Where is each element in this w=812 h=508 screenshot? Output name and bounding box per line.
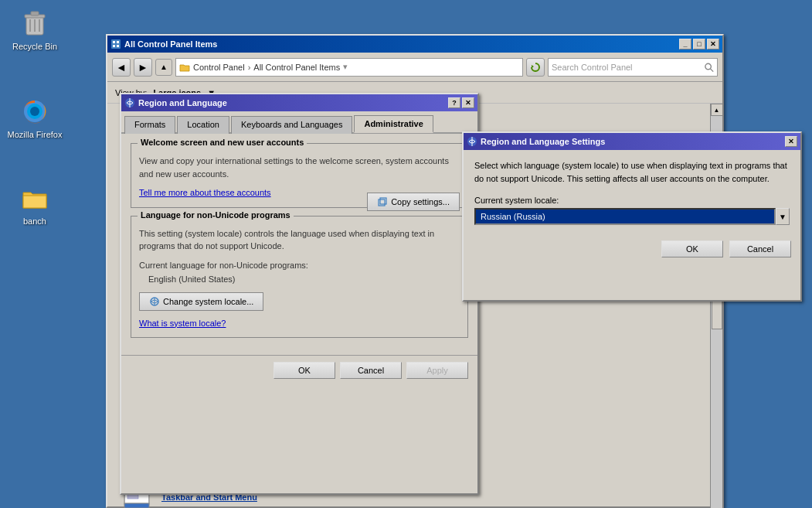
address-bar[interactable]: Control Panel › All Control Panel Items … bbox=[175, 58, 523, 77]
copy-settings-label: Copy settings... bbox=[391, 197, 450, 206]
banch-label: banch bbox=[23, 216, 46, 226]
language-content: This setting (system locale) controls th… bbox=[139, 227, 460, 330]
minimize-button[interactable]: _ bbox=[679, 39, 691, 49]
scroll-thumb[interactable] bbox=[712, 298, 722, 329]
svg-rect-9 bbox=[111, 39, 121, 49]
language-group: Language for non-Unicode programs This s… bbox=[131, 216, 468, 339]
change-locale-button[interactable]: Change system locale... bbox=[139, 292, 263, 311]
region-dialog-body: Welcome screen and new user accounts Vie… bbox=[121, 134, 477, 355]
recycle-bin-label: Recycle Bin bbox=[12, 42, 57, 51]
language-group-title: Language for non-Unicode programs bbox=[138, 210, 294, 220]
folder-image bbox=[19, 182, 50, 213]
region-dialog-controls: ? ✕ bbox=[448, 97, 474, 108]
tell-me-more-link[interactable]: Tell me more about these accounts bbox=[139, 188, 271, 197]
firefox-image bbox=[19, 96, 50, 127]
locale-current-label: Current system locale: bbox=[464, 191, 800, 208]
tab-keyboards-languages[interactable]: Keyboards and Languages bbox=[231, 116, 353, 134]
region-dialog-titlebar: Region and Language ? ✕ bbox=[121, 94, 477, 111]
address-dropdown[interactable]: ▾ bbox=[343, 62, 348, 72]
change-locale-label: Change system locale... bbox=[163, 297, 253, 306]
current-lang-value: English (United States) bbox=[148, 273, 460, 286]
region-ok-button[interactable]: OK bbox=[273, 362, 335, 379]
locale-dropdown-arrow[interactable]: ▼ bbox=[776, 208, 790, 225]
tab-location[interactable]: Location bbox=[177, 116, 229, 134]
region-close-button[interactable]: ✕ bbox=[462, 97, 474, 108]
firefox-label: Mozilla Firefox bbox=[8, 130, 63, 139]
control-panel-toolbar: ◄ ► ▲ Control Panel › All Control Panel … bbox=[107, 53, 722, 82]
welcome-desc-text: View and copy your international setting… bbox=[139, 155, 460, 180]
locale-titlebar-left: Region and Language Settings bbox=[467, 136, 605, 147]
svg-rect-37 bbox=[380, 198, 386, 204]
locale-settings-titlebar: Region and Language Settings ✕ bbox=[464, 133, 800, 150]
svg-rect-11 bbox=[117, 41, 119, 43]
svg-rect-2 bbox=[31, 12, 39, 15]
back-button[interactable]: ◄ bbox=[112, 58, 131, 77]
svg-rect-36 bbox=[379, 199, 385, 206]
search-input[interactable] bbox=[552, 63, 704, 72]
firefox-desktop-icon[interactable]: Mozilla Firefox bbox=[4, 93, 66, 142]
language-desc: This setting (system locale) controls th… bbox=[139, 227, 460, 253]
locale-footer: OK Cancel bbox=[464, 234, 800, 264]
region-cancel-button[interactable]: Cancel bbox=[340, 362, 402, 379]
locale-dialog-controls: ✕ bbox=[785, 136, 797, 147]
locale-value: Russian (Russia) bbox=[481, 212, 545, 221]
titlebar-left: All Control Panel Items bbox=[110, 39, 217, 49]
address-cp: Control Panel bbox=[193, 63, 245, 72]
copy-settings-button[interactable]: Copy settings... bbox=[367, 193, 460, 211]
locale-close-button[interactable]: ✕ bbox=[785, 136, 797, 147]
tab-administrative[interactable]: Administrative bbox=[354, 115, 433, 133]
svg-rect-12 bbox=[113, 45, 115, 47]
desktop: Recycle Bin Mozilla Firefox banch bbox=[0, 0, 812, 508]
forward-button[interactable]: ► bbox=[134, 58, 152, 77]
tab-formats[interactable]: Formats bbox=[124, 116, 175, 134]
search-icon bbox=[704, 62, 714, 73]
close-button[interactable]: ✕ bbox=[707, 39, 719, 49]
folder-addr-icon bbox=[179, 62, 190, 73]
recycle-bin-icon[interactable]: Recycle Bin bbox=[4, 5, 66, 54]
current-lang-label: Current language for non-Unicode program… bbox=[139, 259, 460, 272]
locale-dialog-title: Region and Language Settings bbox=[481, 137, 605, 146]
banch-folder-icon[interactable]: banch bbox=[4, 179, 66, 229]
region-titlebar-left: Region and Language bbox=[124, 97, 227, 108]
locale-select[interactable]: Russian (Russia) bbox=[474, 208, 776, 225]
maximize-button[interactable]: □ bbox=[693, 39, 705, 49]
region-dialog-title: Region and Language bbox=[138, 98, 227, 107]
refresh-button[interactable] bbox=[526, 58, 545, 77]
window-controls: _ □ ✕ bbox=[679, 39, 719, 49]
region-tab-bar: Formats Location Keyboards and Languages… bbox=[121, 111, 477, 134]
welcome-group: Welcome screen and new user accounts Vie… bbox=[131, 143, 468, 208]
welcome-group-title: Welcome screen and new user accounts bbox=[138, 138, 307, 147]
svg-marker-14 bbox=[532, 65, 534, 68]
control-panel-icon bbox=[110, 39, 121, 49]
locale-cancel-button[interactable]: Cancel bbox=[729, 240, 791, 257]
region-dialog-footer: OK Cancel Apply bbox=[121, 355, 477, 385]
refresh-icon bbox=[530, 62, 541, 73]
scroll-up-button[interactable]: ▲ bbox=[711, 104, 723, 116]
locale-settings-dialog: Region and Language Settings ✕ Select wh… bbox=[462, 131, 802, 302]
locale-description: Select which language (system locale) to… bbox=[464, 150, 800, 191]
globe-icon bbox=[149, 296, 160, 307]
copy-icon bbox=[377, 196, 388, 207]
control-panel-titlebar: All Control Panel Items _ □ ✕ bbox=[107, 36, 722, 53]
welcome-description: View and copy your international setting… bbox=[139, 155, 460, 199]
search-bar[interactable] bbox=[548, 58, 718, 77]
region-help-button[interactable]: ? bbox=[448, 97, 460, 108]
control-panel-title: All Control Panel Items bbox=[124, 39, 217, 49]
locale-dropdown-container: Russian (Russia) ▼ bbox=[474, 208, 790, 225]
svg-rect-10 bbox=[113, 41, 115, 43]
address-sep: › bbox=[248, 63, 251, 72]
svg-rect-31 bbox=[124, 503, 149, 508]
svg-point-8 bbox=[30, 107, 39, 116]
address-items: All Control Panel Items bbox=[253, 63, 340, 72]
svg-line-16 bbox=[710, 68, 713, 71]
up-button[interactable]: ▲ bbox=[155, 59, 172, 76]
region-icon bbox=[124, 97, 135, 108]
recycle-bin-image bbox=[19, 8, 50, 39]
what-is-locale-link[interactable]: What is system locale? bbox=[139, 319, 226, 328]
locale-ok-button[interactable]: OK bbox=[661, 240, 723, 257]
region-apply-button[interactable]: Apply bbox=[406, 362, 468, 379]
svg-point-15 bbox=[705, 63, 712, 70]
svg-rect-13 bbox=[117, 45, 119, 47]
region-language-dialog: Region and Language ? ✕ Formats Location… bbox=[120, 93, 479, 495]
locale-icon bbox=[467, 136, 477, 147]
